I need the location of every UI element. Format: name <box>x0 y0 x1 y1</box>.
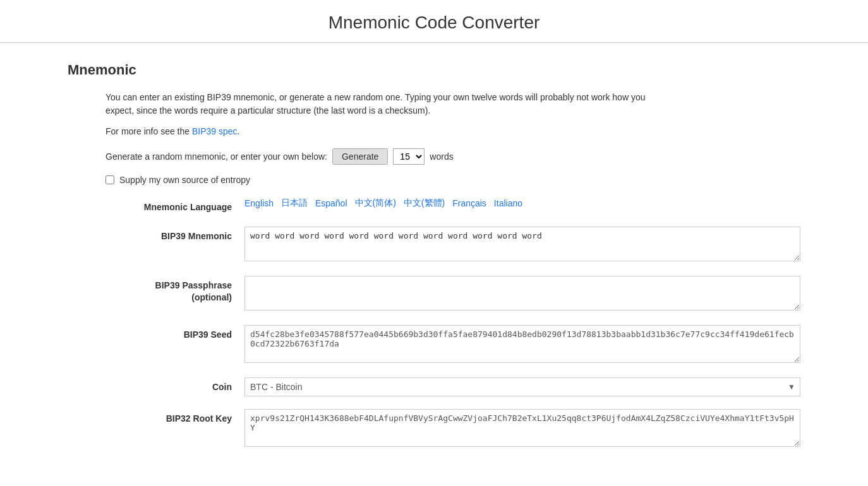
main-content: Mnemonic You can enter an existing BIP39… <box>55 43 813 480</box>
bip39-seed-field <box>244 325 800 365</box>
language-italian[interactable]: Italiano <box>494 198 522 208</box>
coin-select[interactable]: BTC - Bitcoin ETH - Ethereum LTC - Litec… <box>244 377 800 396</box>
mnemonic-language-label: Mnemonic Language <box>105 198 244 214</box>
bip39-passphrase-label: BIP39 Passphrase(optional) <box>105 276 244 304</box>
bip39-mnemonic-row: BIP39 Mnemonic <box>105 227 800 263</box>
language-row: English 日本語 Español 中文(简体) 中文(繁體) França… <box>244 198 800 209</box>
bip39-spec-link[interactable]: BIP39 spec <box>192 126 238 136</box>
coin-label: Coin <box>105 377 244 394</box>
bip39-mnemonic-field <box>244 227 800 263</box>
bip39-passphrase-row: BIP39 Passphrase(optional) <box>105 276 800 312</box>
bip39-seed-textarea[interactable] <box>244 325 800 363</box>
mnemonic-language-row: Mnemonic Language English 日本語 Español 中文… <box>105 198 800 214</box>
language-spanish[interactable]: Español <box>315 198 347 208</box>
description-text-1: You can enter an existing BIP39 mnemonic… <box>105 91 674 117</box>
bip32-root-key-row: BIP32 Root Key <box>105 409 800 449</box>
language-chinese-traditional[interactable]: 中文(繁體) <box>404 198 445 209</box>
bip32-root-key-label: BIP32 Root Key <box>105 409 244 425</box>
bip39-passphrase-field <box>244 276 800 312</box>
generate-label: Generate a random mnemonic, or enter you… <box>105 151 327 162</box>
coin-field: BTC - Bitcoin ETH - Ethereum LTC - Litec… <box>244 377 800 396</box>
coin-select-wrapper: BTC - Bitcoin ETH - Ethereum LTC - Litec… <box>244 377 800 396</box>
words-label: words <box>430 151 453 162</box>
words-select[interactable]: 3 6 9 12 15 18 21 24 <box>393 148 425 165</box>
generate-button[interactable]: Generate <box>332 148 388 165</box>
language-japanese[interactable]: 日本語 <box>281 198 308 209</box>
bip39-mnemonic-label: BIP39 Mnemonic <box>105 227 244 243</box>
bip39-seed-label: BIP39 Seed <box>105 325 244 341</box>
bip32-root-key-field <box>244 409 800 449</box>
bip39-seed-row: BIP39 Seed <box>105 325 800 365</box>
language-english[interactable]: English <box>244 198 274 208</box>
entropy-row: Supply my own source of entropy <box>105 175 800 185</box>
coin-row: Coin BTC - Bitcoin ETH - Ethereum LTC - … <box>105 377 800 396</box>
language-options: English 日本語 Español 中文(简体) 中文(繁體) França… <box>244 198 800 209</box>
bip39-mnemonic-textarea[interactable] <box>244 227 800 261</box>
section-title: Mnemonic <box>68 62 800 78</box>
description-text-2: For more info see the BIP39 spec. <box>105 125 674 138</box>
language-chinese-simplified[interactable]: 中文(简体) <box>355 198 396 209</box>
entropy-checkbox[interactable] <box>105 175 114 184</box>
page-header: Mnemonic Code Converter <box>0 0 868 43</box>
bip39-passphrase-textarea[interactable] <box>244 276 800 311</box>
generate-row: Generate a random mnemonic, or enter you… <box>105 148 800 165</box>
entropy-label: Supply my own source of entropy <box>119 175 250 185</box>
bip32-root-key-textarea[interactable] <box>244 409 800 447</box>
form-area: You can enter an existing BIP39 mnemonic… <box>105 91 800 449</box>
page-title: Mnemonic Code Converter <box>0 13 868 33</box>
language-french[interactable]: Français <box>452 198 486 208</box>
